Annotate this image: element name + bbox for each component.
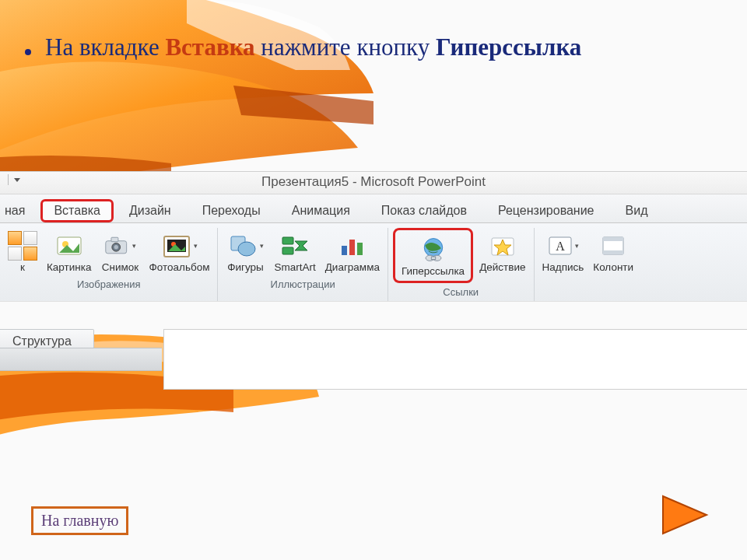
camera-icon	[104, 234, 131, 257]
svg-point-10	[238, 242, 255, 256]
below-ribbon-area: Структура	[0, 329, 747, 376]
headerfooter-button-cut[interactable]: Колонти	[590, 228, 637, 275]
triangle-right-icon	[660, 493, 711, 537]
svg-point-5	[114, 245, 118, 249]
tab-animations[interactable]: Анимация	[276, 199, 366, 222]
group-images-label: Изображения	[77, 275, 141, 292]
powerpoint-ribbon-panel: Презентация5 - Microsoft PowerPoint ная …	[0, 171, 747, 302]
shapes-icon	[227, 232, 258, 260]
svg-rect-15	[357, 243, 363, 255]
tab-insert[interactable]: Вставка	[40, 199, 113, 222]
svg-rect-26	[603, 237, 623, 241]
album-icon	[161, 232, 192, 260]
action-button[interactable]: Действие	[476, 228, 528, 275]
svg-rect-14	[349, 240, 355, 255]
action-star-icon	[487, 232, 518, 260]
textbox-icon: A	[547, 234, 573, 257]
tab-design[interactable]: Дизайн	[114, 199, 187, 222]
photoalbum-label: Фотоальбом	[149, 261, 209, 273]
group-text: A ▾ Надпись	[535, 228, 642, 301]
slide-canvas-edge	[163, 329, 747, 390]
group-illustrations-label: Иллюстрации	[271, 275, 335, 292]
group-links-label: Ссылки	[443, 283, 479, 299]
photoalbum-button[interactable]: ▾ Фотоальбом	[146, 228, 212, 275]
tab-transitions[interactable]: Переходы	[187, 199, 276, 222]
shapes-button[interactable]: ▾ Фигуры	[223, 228, 268, 275]
textbox-label: Надпись	[542, 261, 584, 273]
tab-home-cut[interactable]: ная	[0, 199, 40, 222]
heading-em-hyperlink: Гиперссылка	[436, 33, 581, 61]
group-text-label	[586, 275, 589, 292]
heading-em-insert: Вставка	[165, 33, 254, 61]
svg-rect-13	[342, 246, 347, 255]
hyperlink-label: Гиперссылка	[402, 265, 465, 277]
group-links: Гиперссылка Действие Ссылки	[388, 228, 535, 301]
chart-icon	[337, 232, 368, 260]
heading-part1: На вкладке	[45, 33, 165, 61]
ribbon-body: к Картинка	[0, 223, 747, 301]
tab-view[interactable]: Вид	[610, 199, 664, 222]
picture-button-cut[interactable]: к	[5, 228, 40, 275]
svg-rect-20	[431, 257, 435, 260]
bullet-icon	[25, 49, 31, 55]
table-icon	[8, 231, 37, 261]
textbox-button[interactable]: A ▾ Надпись	[539, 228, 587, 275]
svg-rect-3	[111, 237, 118, 241]
tab-slideshow[interactable]: Показ слайдов	[366, 199, 482, 222]
pp-window-title: Презентация5 - Microsoft PowerPoint	[0, 172, 747, 194]
screenshot-label: Снимок	[102, 261, 139, 273]
group-illustrations: ▾ Фигуры SmartArt	[218, 228, 388, 301]
slide-heading: На вкладке Вставка нажмите кнопку Гиперс…	[25, 31, 731, 64]
outline-pane-body	[0, 348, 162, 371]
headerfooter-icon	[600, 234, 626, 257]
heading-part2: нажмите кнопку	[255, 33, 436, 61]
screenshot-button[interactable]: ▾ Снимок	[97, 228, 142, 275]
nav-next-button[interactable]	[660, 493, 711, 540]
clipart-icon	[56, 234, 82, 257]
svg-rect-27	[603, 250, 623, 254]
hyperlink-button[interactable]: Гиперссылка	[398, 232, 468, 279]
hyperlink-highlight: Гиперссылка	[393, 228, 473, 283]
smartart-button[interactable]: SmartArt	[271, 228, 318, 275]
group-images: к Картинка	[0, 228, 218, 301]
clipart-button[interactable]: Картинка	[44, 228, 94, 275]
clipart-label: Картинка	[47, 261, 91, 273]
svg-marker-28	[663, 496, 707, 534]
ribbon-tabs: ная Вставка Дизайн Переходы Анимация Пок…	[0, 194, 747, 223]
headerfooter-label-cut: Колонти	[593, 261, 633, 273]
tab-review[interactable]: Рецензирование	[482, 199, 610, 222]
smartart-label: SmartArt	[274, 261, 315, 273]
nav-home-link[interactable]: На главную	[31, 506, 128, 535]
chart-label: Диаграмма	[325, 261, 380, 273]
action-label: Действие	[479, 261, 525, 273]
svg-rect-12	[282, 247, 293, 254]
smartart-icon	[279, 232, 310, 260]
svg-rect-11	[282, 237, 293, 244]
svg-text:A: A	[556, 240, 565, 253]
shapes-label: Фигуры	[227, 261, 264, 273]
pp-title-text: Презентация5 - Microsoft PowerPoint	[261, 174, 486, 189]
qat-dropdown-icon[interactable]	[8, 174, 20, 185]
globe-link-icon	[418, 236, 449, 264]
picture-label-cut: к	[20, 261, 25, 273]
chart-button[interactable]: Диаграмма	[322, 228, 383, 275]
